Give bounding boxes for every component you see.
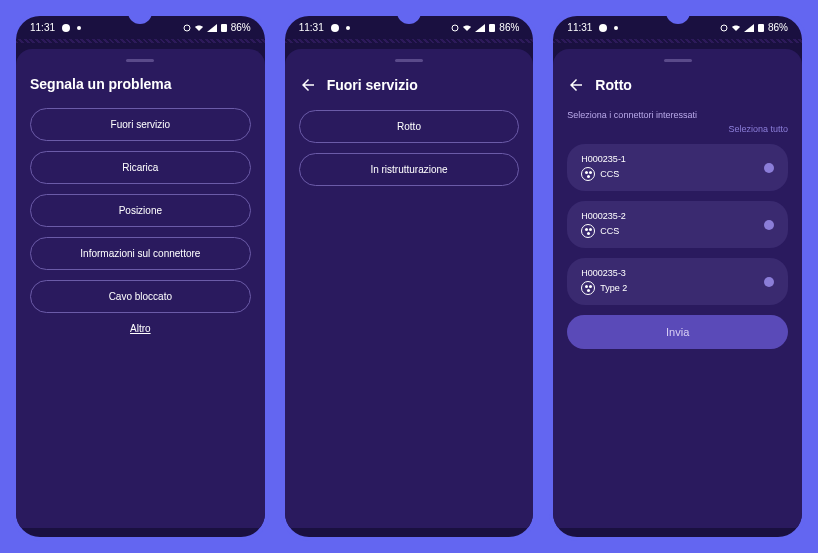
- svg-point-6: [452, 25, 458, 31]
- sheet-grabber[interactable]: [126, 59, 154, 62]
- wifi-icon: [462, 24, 472, 32]
- map-strip: [285, 39, 534, 43]
- battery-icon: [757, 23, 765, 33]
- page-title: Rotto: [595, 77, 632, 93]
- connector-id: H000235-1: [581, 154, 626, 164]
- status-battery: 86%: [768, 22, 788, 33]
- battery-icon: [488, 23, 496, 33]
- option-rotto[interactable]: Rotto: [299, 110, 520, 143]
- dot-icon: [346, 26, 350, 30]
- back-button[interactable]: [567, 76, 585, 94]
- connector-item-1[interactable]: H000235-1 CCS: [567, 144, 788, 191]
- radio-indicator: [764, 163, 774, 173]
- svg-point-2: [184, 25, 190, 31]
- option-ricarica[interactable]: Ricarica: [30, 151, 251, 184]
- option-posizione[interactable]: Posizione: [30, 194, 251, 227]
- svg-rect-11: [758, 24, 764, 32]
- signal-icon: [207, 24, 217, 32]
- phone-screen-3: 11:31 86% Rotto Seleziona i connettori: [549, 12, 806, 541]
- map-strip: [553, 39, 802, 43]
- back-button[interactable]: [299, 76, 317, 94]
- circle-icon: [720, 24, 728, 32]
- plug-icon: [581, 224, 595, 238]
- battery-icon: [220, 23, 228, 33]
- connector-id: H000235-3: [581, 268, 627, 278]
- phone-screen-1: 11:31 86% Segnala un problema: [12, 12, 269, 541]
- plug-icon: [581, 281, 595, 295]
- connector-item-3[interactable]: H000235-3 Type 2: [567, 258, 788, 305]
- svg-point-4: [331, 24, 339, 32]
- svg-point-5: [346, 26, 350, 30]
- svg-rect-3: [221, 24, 227, 32]
- radio-indicator: [764, 277, 774, 287]
- phone-screen-2: 11:31 86% Fuori servizio Rotto I: [281, 12, 538, 541]
- status-time: 11:31: [299, 22, 324, 33]
- dot-icon: [77, 26, 81, 30]
- svg-point-8: [599, 24, 607, 32]
- plug-icon: [581, 167, 595, 181]
- signal-icon: [475, 24, 485, 32]
- option-cavo-bloccato[interactable]: Cavo bloccato: [30, 280, 251, 313]
- bottom-sheet: Fuori servizio Rotto In ristrutturazione: [285, 49, 534, 528]
- status-battery: 86%: [231, 22, 251, 33]
- page-title: Fuori servizio: [327, 77, 418, 93]
- bottom-sheet: Segnala un problema Fuori servizio Ricar…: [16, 49, 265, 528]
- connector-id: H000235-2: [581, 211, 626, 221]
- wifi-icon: [194, 24, 204, 32]
- circle-icon: [451, 24, 459, 32]
- status-battery: 86%: [499, 22, 519, 33]
- svg-point-1: [77, 26, 81, 30]
- map-strip: [16, 39, 265, 43]
- bottom-sheet: Rotto Seleziona i connettori interessati…: [553, 49, 802, 528]
- radio-indicator: [764, 220, 774, 230]
- chat-icon: [598, 23, 608, 33]
- svg-point-9: [614, 26, 618, 30]
- chat-icon: [330, 23, 340, 33]
- submit-button[interactable]: Invia: [567, 315, 788, 349]
- chat-icon: [61, 23, 71, 33]
- connector-type-label: CCS: [600, 169, 619, 179]
- option-in-ristrutturazione[interactable]: In ristrutturazione: [299, 153, 520, 186]
- option-informazioni-connettore[interactable]: Informazioni sul connettore: [30, 237, 251, 270]
- circle-icon: [183, 24, 191, 32]
- signal-icon: [744, 24, 754, 32]
- connector-item-2[interactable]: H000235-2 CCS: [567, 201, 788, 248]
- other-link[interactable]: Altro: [30, 323, 251, 334]
- svg-rect-7: [489, 24, 495, 32]
- connector-type-label: Type 2: [600, 283, 627, 293]
- option-fuori-servizio[interactable]: Fuori servizio: [30, 108, 251, 141]
- svg-point-10: [721, 25, 727, 31]
- svg-point-0: [62, 24, 70, 32]
- subtitle: Seleziona i connettori interessati: [567, 110, 788, 120]
- dot-icon: [614, 26, 618, 30]
- status-time: 11:31: [567, 22, 592, 33]
- select-all-link[interactable]: Seleziona tutto: [728, 124, 788, 134]
- status-time: 11:31: [30, 22, 55, 33]
- sheet-grabber[interactable]: [664, 59, 692, 62]
- sheet-grabber[interactable]: [395, 59, 423, 62]
- connector-type-label: CCS: [600, 226, 619, 236]
- page-title: Segnala un problema: [30, 76, 172, 92]
- wifi-icon: [731, 24, 741, 32]
